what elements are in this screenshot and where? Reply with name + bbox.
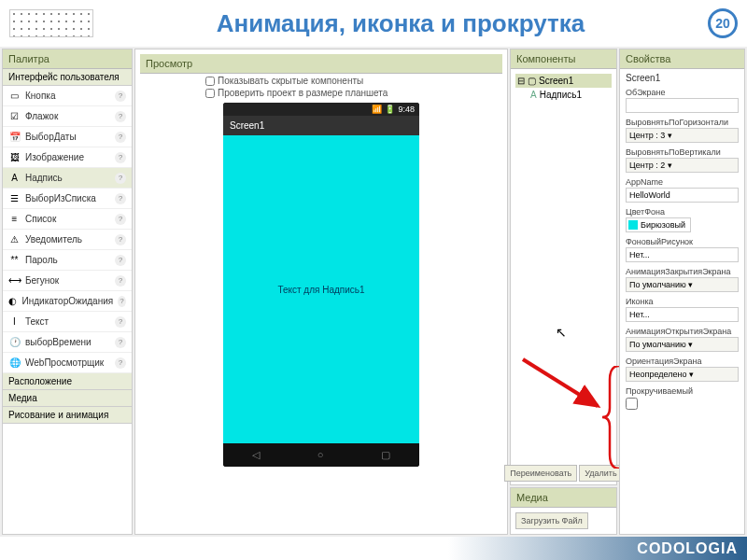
help-icon[interactable]: ? xyxy=(115,91,126,102)
prop-valign-select[interactable]: Центр : 2 ▾ xyxy=(626,158,739,173)
check-tablet-row[interactable]: Проверить проект в размере планшета xyxy=(205,88,502,98)
check-tablet-label: Проверить проект в размере планшета xyxy=(218,88,388,98)
prop-bgcolor-value: Бирюзовый xyxy=(641,220,685,230)
footer-logo: CODOLOGIA xyxy=(637,540,738,557)
components-header: Компоненты xyxy=(511,49,616,69)
palette-item-12[interactable]: 🕐выборВремени? xyxy=(3,332,132,353)
palette-section-layout[interactable]: Расположение xyxy=(3,373,132,390)
help-icon[interactable]: ? xyxy=(115,152,126,163)
palette-item-icon: 🌐 xyxy=(8,357,21,369)
help-icon[interactable]: ? xyxy=(115,234,126,245)
prop-openanim-select[interactable]: По умолчанию ▾ xyxy=(626,337,739,352)
signal-icon: 📶 xyxy=(372,105,382,114)
palette-item-4[interactable]: AНадпись? xyxy=(3,168,132,189)
minus-icon: ⊟ xyxy=(517,76,525,86)
palette-item-8[interactable]: **Пароль? xyxy=(3,250,132,271)
palette-item-label: Пароль xyxy=(25,255,110,265)
prop-about-input[interactable] xyxy=(626,98,739,113)
prop-about-label: ОбЭкране xyxy=(626,88,739,97)
home-icon: ○ xyxy=(317,449,324,461)
help-icon[interactable]: ? xyxy=(115,337,126,348)
palette-item-icon: 🖼 xyxy=(8,151,21,163)
prop-halign-select[interactable]: Центр : 3 ▾ xyxy=(626,128,739,143)
screen-icon: ▢ xyxy=(528,76,536,86)
help-icon[interactable]: ? xyxy=(115,316,126,328)
palette-item-label: Уведомитель xyxy=(25,234,110,245)
palette-item-icon: ≡ xyxy=(8,213,21,225)
back-icon: ◁ xyxy=(252,449,260,461)
palette-item-0[interactable]: ▭Кнопка? xyxy=(3,86,132,106)
help-icon[interactable]: ? xyxy=(115,275,126,287)
prop-bgimage-label: ФоновыйРисунок xyxy=(626,237,739,246)
palette-section-ui[interactable]: Интерфейс пользователя xyxy=(3,69,132,86)
help-icon[interactable]: ? xyxy=(115,111,126,122)
prop-closeanim-select[interactable]: По умолчанию ▾ xyxy=(626,277,739,292)
palette-item-11[interactable]: IТекст? xyxy=(3,312,132,332)
palette-item-1[interactable]: ☑Флажок? xyxy=(3,106,132,127)
palette-item-label: ВыборДаты xyxy=(25,132,110,142)
prop-scrollable-label: Прокручиваемый xyxy=(626,386,739,396)
help-icon[interactable]: ? xyxy=(115,255,126,266)
help-icon[interactable]: ? xyxy=(115,214,126,225)
palette-item-label: Бегунок xyxy=(25,275,110,286)
tree-screen-label: Screen1 xyxy=(539,76,573,86)
prop-appname-label: AppName xyxy=(626,177,739,187)
palette-item-9[interactable]: ⟷Бегунок? xyxy=(3,271,132,291)
palette-item-label: Изображение xyxy=(25,152,110,162)
palette-item-7[interactable]: ⚠Уведомитель? xyxy=(3,230,132,250)
palette-item-5[interactable]: ☰ВыборИзСписка? xyxy=(3,189,132,209)
palette-item-2[interactable]: 📅ВыборДаты? xyxy=(3,127,132,147)
prop-icon-label: Иконка xyxy=(626,297,739,306)
tree-screen[interactable]: ⊟ ▢ Screen1 xyxy=(515,74,612,88)
properties-panel: Свойства Screen1 ОбЭкране ВыровнятьПоГор… xyxy=(619,49,745,535)
palette-item-label: ИндикаторОжидания xyxy=(22,296,114,306)
prop-bgcolor-select[interactable]: Бирюзовый xyxy=(626,217,691,232)
phone-screen[interactable]: Текст для Надпись1 xyxy=(223,135,419,443)
palette-header: Палитра xyxy=(3,49,132,69)
palette-section-media[interactable]: Медиа xyxy=(3,390,132,407)
palette-item-icon: ⟷ xyxy=(8,274,21,287)
palette-item-10[interactable]: ◐ИндикаторОжидания? xyxy=(3,291,132,312)
viewer-panel: Просмотр Показывать скрытые компоненты П… xyxy=(134,49,508,535)
palette-item-13[interactable]: 🌐WebПросмотрщик? xyxy=(3,353,132,373)
help-icon[interactable]: ? xyxy=(115,173,126,184)
prop-orientation-select[interactable]: Неопределено ▾ xyxy=(626,367,739,382)
palette-item-label: Надпись xyxy=(25,173,110,183)
prop-bgimage-input[interactable] xyxy=(626,247,739,262)
show-hidden-checkbox[interactable] xyxy=(205,77,215,86)
prop-scrollable-checkbox[interactable] xyxy=(626,398,638,410)
palette-section-drawing[interactable]: Рисование и анимация xyxy=(3,407,132,424)
phone-navbar: ◁ ○ ▢ xyxy=(223,443,419,467)
prop-halign-label: ВыровнятьПоГоризонтали xyxy=(626,118,739,127)
delete-button[interactable]: Удалить xyxy=(579,465,622,482)
palette-item-icon: ▭ xyxy=(8,90,21,102)
help-icon[interactable]: ? xyxy=(115,357,126,369)
help-icon[interactable]: ? xyxy=(115,132,126,143)
tree-label[interactable]: A Надпись1 xyxy=(529,88,612,102)
prop-closeanim-label: АнимацияЗакрытияЭкрана xyxy=(626,267,739,276)
palette-item-label: Флажок xyxy=(25,111,110,121)
palette-item-icon: ⚠ xyxy=(8,233,21,245)
prop-orientation-label: ОриентацияЭкрана xyxy=(626,357,739,366)
phone-statusbar: 📶 🔋 9:48 xyxy=(223,103,419,116)
upload-file-button[interactable]: Загрузить Файл xyxy=(515,512,588,529)
phone-appbar: Screen1 xyxy=(223,116,419,135)
palette-item-icon: ☰ xyxy=(8,192,21,204)
palette-item-label: ВыборИзСписка xyxy=(25,193,110,203)
palette-item-3[interactable]: 🖼Изображение? xyxy=(3,147,132,168)
palette-item-6[interactable]: ≡Список? xyxy=(3,209,132,230)
app-inventor-frame: Палитра Интерфейс пользователя ▭Кнопка?☑… xyxy=(0,47,747,537)
prop-bgcolor-label: ЦветФона xyxy=(626,207,739,217)
palette-item-label: Кнопка xyxy=(25,91,110,101)
help-icon[interactable]: ? xyxy=(118,296,126,307)
prop-valign-label: ВыровнятьПоВертикали xyxy=(626,147,739,157)
check-tablet-checkbox[interactable] xyxy=(205,89,215,98)
prop-appname-input[interactable] xyxy=(626,188,739,203)
components-panel: Компоненты ⊟ ▢ Screen1 A Надпись1 Переим… xyxy=(510,49,617,485)
label-component[interactable]: Текст для Надпись1 xyxy=(277,285,364,295)
rename-button[interactable]: Переименовать xyxy=(504,465,577,482)
help-icon[interactable]: ? xyxy=(115,193,126,204)
palette-item-icon: ◐ xyxy=(8,295,18,307)
show-hidden-row[interactable]: Показывать скрытые компоненты xyxy=(205,76,502,86)
prop-icon-input[interactable] xyxy=(626,307,739,322)
